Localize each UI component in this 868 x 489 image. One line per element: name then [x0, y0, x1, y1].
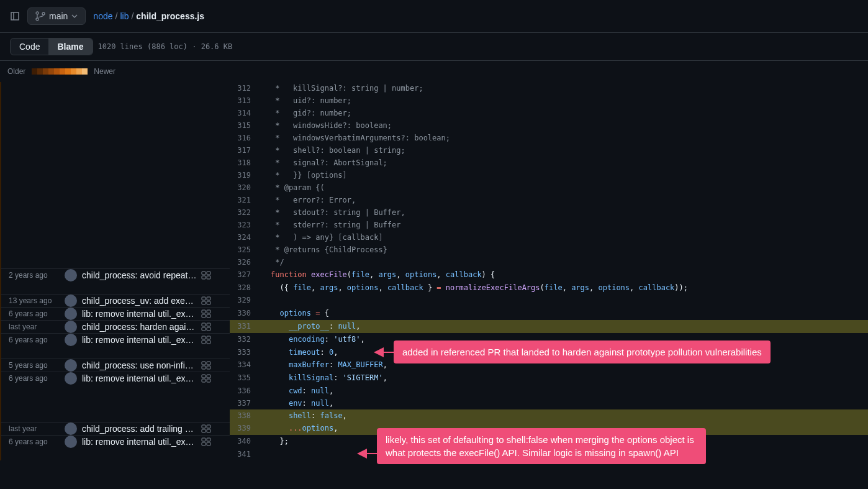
blame-meta: [0, 385, 230, 397]
reblame-button[interactable]: [197, 309, 215, 319]
line-number[interactable]: 315: [230, 119, 261, 132]
code-line: * signal?: AbortSignal;: [261, 157, 868, 169]
reblame-button[interactable]: [197, 270, 215, 280]
line-number[interactable]: 339: [230, 422, 261, 435]
reblame-button[interactable]: [197, 296, 215, 306]
line-number[interactable]: 326: [230, 256, 261, 268]
code-line: */: [261, 256, 868, 268]
blame-meta: [0, 194, 230, 206]
blame-row: 337 env: null,: [0, 397, 868, 409]
line-number[interactable]: 333: [230, 346, 261, 359]
annotation-1: added in referenced PR that landed to ha…: [394, 340, 771, 363]
line-number[interactable]: 337: [230, 397, 261, 409]
line-number[interactable]: 314: [230, 107, 261, 119]
avatar[interactable]: [65, 359, 77, 372]
line-number[interactable]: 318: [230, 157, 261, 169]
commit-message[interactable]: lib: remove internal util._ex…: [82, 309, 197, 319]
blame-meta: 2 years agochild_process: avoid repeated…: [0, 268, 230, 281]
commit-age: 5 years ago: [9, 361, 65, 370]
line-number[interactable]: 335: [230, 372, 261, 385]
avatar[interactable]: [65, 423, 77, 435]
commit-message[interactable]: child_process_uv: add exec, fi…: [82, 296, 197, 306]
blame-row: last yearchild_process: harden against…3…: [0, 320, 868, 333]
line-number[interactable]: 317: [230, 144, 261, 157]
code-line: * @returns {ChildProcess}: [261, 244, 868, 256]
arrow-icon: [357, 449, 378, 459]
reblame-button[interactable]: [197, 373, 215, 383]
code-line: * killSignal?: string | number;: [261, 82, 868, 94]
code-line: shell: false,: [261, 409, 868, 422]
panel-toggle-icon[interactable]: [10, 11, 20, 21]
reblame-button[interactable]: [197, 335, 215, 345]
blame-meta: [0, 181, 230, 194]
svg-rect-22: [202, 366, 206, 369]
blame-meta: [0, 169, 230, 181]
line-number[interactable]: 330: [230, 307, 261, 320]
avatar[interactable]: [65, 269, 77, 281]
blame-meta: [0, 409, 230, 422]
line-number[interactable]: 334: [230, 359, 261, 372]
svg-rect-32: [202, 438, 206, 441]
line-number[interactable]: 320: [230, 181, 261, 194]
blame-meta: [0, 119, 230, 132]
line-number[interactable]: 336: [230, 385, 261, 397]
commit-message[interactable]: child_process: use non-infinit…: [82, 360, 197, 370]
line-number[interactable]: 324: [230, 231, 261, 244]
line-number[interactable]: 322: [230, 206, 261, 219]
line-number[interactable]: 319: [230, 169, 261, 181]
code-line: * error?: Error,: [261, 194, 868, 206]
code-line: * uid?: number;: [261, 94, 868, 107]
svg-rect-21: [207, 362, 210, 365]
branch-name: main: [49, 11, 68, 21]
line-number[interactable]: 328: [230, 281, 261, 294]
line-number[interactable]: 329: [230, 294, 261, 307]
reblame-button[interactable]: [197, 424, 215, 434]
breadcrumb-file: child_process.js: [136, 11, 204, 21]
blame-meta: [0, 219, 230, 231]
annotation-1-text: added in referenced PR that landed to ha…: [402, 347, 762, 357]
line-number[interactable]: 340: [230, 435, 261, 448]
commit-message[interactable]: lib: remove internal util._ex…: [82, 335, 197, 345]
line-number[interactable]: 331: [230, 320, 261, 333]
code-line: * @param {(: [261, 181, 868, 194]
line-number[interactable]: 327: [230, 268, 261, 281]
breadcrumb-root[interactable]: node: [93, 11, 112, 21]
commit-message[interactable]: child_process: harden against…: [82, 322, 197, 332]
reblame-button[interactable]: [197, 322, 215, 332]
avatar[interactable]: [65, 321, 77, 333]
line-number[interactable]: 325: [230, 244, 261, 256]
avatar[interactable]: [65, 436, 77, 448]
heatmap-legend: [32, 68, 88, 75]
blame-row: 323 * stderr?: string | Buffer: [0, 219, 868, 231]
avatar[interactable]: [65, 295, 77, 307]
line-number[interactable]: 313: [230, 94, 261, 107]
avatar[interactable]: [65, 334, 77, 346]
code-line: * windowsVerbatimArguments?: boolean;: [261, 132, 868, 144]
reblame-button[interactable]: [197, 437, 215, 447]
branch-selector[interactable]: main: [27, 7, 86, 25]
reblame-button[interactable]: [197, 360, 215, 370]
avatar[interactable]: [65, 308, 77, 320]
line-number[interactable]: 338: [230, 409, 261, 422]
line-number[interactable]: 332: [230, 333, 261, 346]
commit-message[interactable]: child_process: avoid repeated…: [82, 270, 197, 280]
commit-message[interactable]: lib: remove internal util._ex…: [82, 373, 197, 383]
line-number[interactable]: 341: [230, 448, 261, 460]
blame-meta: [0, 82, 230, 94]
tab-code[interactable]: Code: [11, 39, 48, 55]
line-number[interactable]: 316: [230, 132, 261, 144]
commit-message[interactable]: lib: remove internal util._ex…: [82, 437, 197, 447]
svg-rect-27: [207, 379, 210, 382]
svg-rect-29: [207, 425, 210, 428]
code-line: * gid?: number;: [261, 107, 868, 119]
code-line: [261, 294, 868, 307]
avatar[interactable]: [65, 372, 77, 385]
line-number[interactable]: 323: [230, 219, 261, 231]
tab-blame[interactable]: Blame: [48, 39, 92, 55]
breadcrumb-lib[interactable]: lib: [120, 11, 129, 21]
line-number[interactable]: 312: [230, 82, 261, 94]
blame-row: 313 * uid?: number;: [0, 94, 868, 107]
svg-rect-28: [202, 425, 206, 428]
line-number[interactable]: 321: [230, 194, 261, 206]
commit-message[interactable]: child_process: add trailing co…: [82, 424, 197, 434]
